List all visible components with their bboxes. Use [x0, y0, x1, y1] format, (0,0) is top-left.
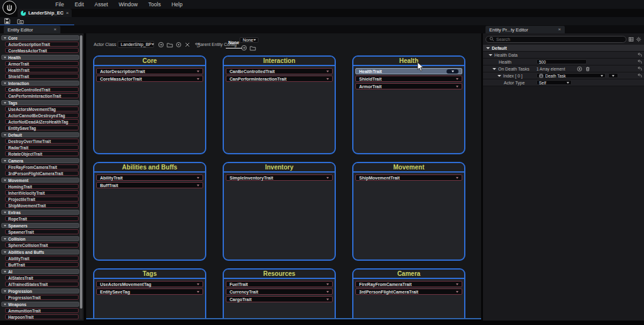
- sidebar-category-header-ai[interactable]: AI: [1, 269, 79, 274]
- sidebar-item[interactable]: AITrainedStatesTrait: [5, 282, 79, 287]
- trait-row[interactable]: SimpleInventoryTrait: [226, 174, 333, 181]
- sidebar-item[interactable]: SpawnerTrait: [5, 229, 79, 234]
- add-element-icon[interactable]: [577, 66, 582, 72]
- sidebar-item[interactable]: ShieldTrait: [5, 74, 79, 79]
- sidebar-category-header-interaction[interactable]: Interaction: [1, 81, 79, 86]
- sidebar-item[interactable]: ActorCannotBeDestroyedTag: [5, 113, 79, 118]
- sidebar-item[interactable]: AmmunitionTrait: [5, 308, 79, 313]
- scrollbar-thumb[interactable]: [80, 35, 82, 309]
- reset-to-default-icon[interactable]: [637, 66, 642, 71]
- sidebar-item[interactable]: DestroyOverTimeTrait: [5, 139, 79, 144]
- sidebar-item[interactable]: AbilityTrait: [5, 256, 79, 261]
- tab-entity-editor[interactable]: Entity Editor ×: [4, 26, 60, 33]
- sidebar-item[interactable]: UseActorsMovementTag: [5, 106, 79, 111]
- trait-dropdown-button[interactable]: [447, 69, 458, 74]
- sidebar-item[interactable]: 3rdPersonFlightCameraTrait: [5, 171, 79, 176]
- sidebar-item[interactable]: CanPerformInteractionTrait: [5, 93, 79, 98]
- menu-edit[interactable]: Edit: [75, 1, 84, 8]
- trait-row[interactable]: AbilityTrait: [96, 174, 203, 181]
- use-selected-icon[interactable]: [158, 42, 164, 48]
- health-value-input[interactable]: [539, 60, 584, 64]
- sidebar-category-header-movement[interactable]: Movement: [1, 178, 79, 183]
- close-icon[interactable]: ×: [558, 27, 561, 32]
- actor-class-dropdown[interactable]: LanderShip_BP: [118, 41, 154, 48]
- tab-entity-property-editor[interactable]: Entity Pr...ty Editor ×: [486, 26, 565, 33]
- sidebar-category-header-progression[interactable]: Progression: [1, 288, 79, 294]
- sidebar-item[interactable]: EntitySaveTag: [5, 125, 79, 130]
- asset-tab-landership-ec[interactable]: LanderShip_EC ×: [18, 9, 72, 17]
- actor-type-dropdown[interactable]: Self: [536, 80, 572, 85]
- sidebar-item[interactable]: RotateObjectTrait: [5, 151, 79, 156]
- settings-gear-icon[interactable]: [636, 37, 641, 42]
- trait-row[interactable]: 3rdPersonFlightCameraTrait: [355, 288, 462, 295]
- sidebar-item[interactable]: ProgressionTrait: [5, 295, 79, 300]
- trait-row[interactable]: CanPerformInteractionTrait: [226, 76, 333, 82]
- trait-row[interactable]: BuffTrait: [96, 182, 203, 188]
- trait-row[interactable]: ArmorTrait: [355, 83, 462, 89]
- use-selected-icon[interactable]: [241, 45, 247, 51]
- sidebar-category-header-health[interactable]: Health: [1, 55, 79, 60]
- close-icon[interactable]: ×: [66, 11, 69, 16]
- menu-asset[interactable]: Asset: [94, 1, 108, 8]
- sidebar-item[interactable]: InheritVelocityTrait: [5, 190, 79, 195]
- delete-trash-icon[interactable]: [585, 66, 591, 72]
- sidebar-item[interactable]: ShipMovementTrait: [5, 203, 79, 208]
- sidebar-item[interactable]: RopeTrait: [5, 216, 79, 221]
- save-icon[interactable]: [4, 18, 11, 25]
- trait-row[interactable]: FireRayFromCameraTrait: [355, 281, 462, 287]
- sidebar-category-header-tags[interactable]: Tags: [1, 100, 79, 105]
- parent-config-dropdown[interactable]: None: [240, 37, 258, 43]
- sidebar-item[interactable]: CanBeControlledTrait: [5, 87, 79, 92]
- browse-folder-icon[interactable]: [250, 45, 256, 51]
- sidebar-category-header-core[interactable]: Core: [1, 35, 79, 40]
- pick-target-icon[interactable]: [175, 42, 182, 48]
- property-row-on-death-tasks[interactable]: On Death Tasks 1 Array element: [483, 66, 644, 72]
- sidebar-item[interactable]: SphereCollisionTrait: [5, 242, 79, 248]
- trait-row[interactable]: EntitySaveTag: [96, 288, 203, 295]
- sidebar-item[interactable]: HarpoonTrait: [5, 314, 79, 319]
- sidebar-item[interactable]: BuffTrait: [5, 262, 79, 267]
- trait-row[interactable]: FuelTrait: [226, 281, 333, 287]
- sidebar-item[interactable]: HealthTrait: [5, 67, 79, 72]
- trait-row[interactable]: ActorDescriptionTrait: [96, 68, 203, 74]
- sidebar-item[interactable]: ProjectileTrait: [5, 197, 79, 202]
- sidebar-category-header-camera[interactable]: Camera: [1, 158, 79, 163]
- element-options-dropdown[interactable]: [608, 73, 618, 78]
- sidebar-category-header-abilities[interactable]: Abilities and Buffs: [1, 249, 79, 254]
- trait-row[interactable]: CurrencyTrait: [226, 288, 333, 295]
- sidebar-item[interactable]: AIStatesTrait: [5, 275, 79, 280]
- trait-row[interactable]: CargoTrait: [226, 296, 333, 302]
- sidebar-item[interactable]: HomingTrait: [5, 184, 79, 189]
- sidebar-category-header-spawners[interactable]: Spawners: [1, 223, 79, 228]
- sidebar-category-header-weapons[interactable]: Weapons: [1, 302, 79, 307]
- sidebar-item[interactable]: ActorNotDeadAtZeroHealthTag: [5, 119, 79, 124]
- reset-to-default-icon[interactable]: [637, 73, 642, 78]
- trait-row[interactable]: ShipMovementTrait: [355, 174, 462, 181]
- clear-x-icon[interactable]: [184, 42, 191, 48]
- browse-folder-icon[interactable]: [167, 42, 173, 48]
- trait-row[interactable]: UseActorsMovementTag: [96, 281, 203, 287]
- sidebar-item[interactable]: RadarTrait: [5, 145, 79, 150]
- sidebar-item[interactable]: ActorDescriptionTrait: [5, 42, 79, 47]
- trait-row[interactable]: ShieldTrait: [355, 76, 462, 82]
- trait-row[interactable]: CoreMassActorTrait: [96, 76, 203, 82]
- trait-row[interactable]: CanBeControlledTrait: [226, 68, 333, 74]
- property-row-index-0[interactable]: Index [ 0 ] Death Task: [483, 72, 644, 79]
- view-options-icon[interactable]: [628, 37, 634, 42]
- reset-to-default-icon[interactable]: [637, 52, 642, 57]
- reset-to-default-icon[interactable]: [637, 59, 642, 64]
- sidebar-category-header-default[interactable]: Default: [1, 132, 79, 137]
- trait-row-healthtrait-selected[interactable]: HealthTrait: [355, 68, 462, 74]
- search-box[interactable]: [486, 36, 626, 43]
- sidebar-item[interactable]: ArmorTrait: [5, 61, 79, 66]
- sidebar-item[interactable]: FireRayFromCameraTrait: [5, 164, 79, 169]
- menu-tools[interactable]: Tools: [148, 1, 161, 8]
- health-value-field[interactable]: [536, 59, 587, 64]
- menu-help[interactable]: Help: [172, 1, 182, 8]
- sidebar-category-header-extras[interactable]: Extras: [1, 210, 79, 215]
- property-row-default[interactable]: Default: [483, 45, 644, 52]
- menu-window[interactable]: Window: [119, 1, 138, 8]
- menu-file[interactable]: File: [55, 1, 64, 8]
- sidebar-item[interactable]: CoreMassActorTrait: [5, 48, 79, 53]
- browse-to-asset-icon[interactable]: [17, 18, 24, 25]
